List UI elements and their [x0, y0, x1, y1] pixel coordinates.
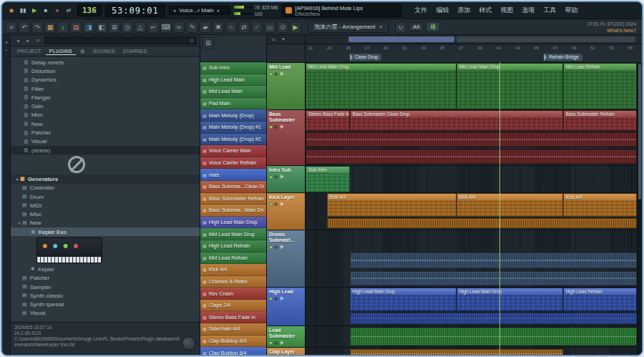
- clip-lane[interactable]: [306, 311, 637, 326]
- tree-item-13[interactable]: ▤Controller: [11, 184, 200, 192]
- tree-item-12[interactable]: ▾▦Generators: [11, 175, 200, 183]
- tree-item-6[interactable]: ▥Misc: [11, 111, 200, 119]
- arrangement-selector[interactable]: 泡沫の雲 - Arrangement ▾: [308, 21, 389, 33]
- clip-lane[interactable]: Kick 4/4Kick 4/4Kick 4/4: [306, 193, 637, 217]
- alt-snap-button[interactable]: Alt: [409, 22, 424, 31]
- clip[interactable]: Mid Lead Main Drop: [457, 63, 563, 109]
- pattern-item-19[interactable]: ▦Crashes & Rides: [200, 276, 266, 288]
- browser-tab-sounds[interactable]: SOUNDS: [89, 48, 119, 54]
- pattern-item-24[interactable]: ▦Clap Buildup 8/4: [200, 336, 266, 348]
- song-mode-switch-icon[interactable]: ⇄: [64, 6, 74, 16]
- track-header[interactable]: High Lead: [267, 288, 306, 326]
- pattern-item-18[interactable]: ▦Kick 4/4: [200, 264, 266, 276]
- tree-item-7[interactable]: ▥New: [11, 119, 200, 128]
- pattern-item-8[interactable]: ▦Voice Carrier Main: [200, 145, 266, 157]
- menu-item-5[interactable]: 视图: [497, 4, 517, 16]
- tree-item-24[interactable]: ▤Synth spesial: [11, 300, 200, 309]
- grid-snap-button[interactable]: 格: [426, 21, 440, 32]
- track-mute-dot[interactable]: [274, 341, 278, 345]
- tree-item-16[interactable]: ▤Misc: [11, 210, 200, 218]
- clip[interactable]: Bass Submaster Clean Drop: [350, 110, 563, 131]
- audio-strip[interactable]: [306, 132, 637, 147]
- stop-button[interactable]: ■: [41, 6, 51, 16]
- clip[interactable]: Stereo Bass Fade In: [306, 110, 350, 131]
- delete-tool-icon[interactable]: ✖: [213, 21, 224, 33]
- play-button[interactable]: ▶: [29, 6, 39, 16]
- track-enable-led[interactable]: [269, 341, 273, 345]
- fl-logo-icon[interactable]: ◉: [6, 6, 16, 16]
- track-header[interactable]: Clap Layer: [267, 348, 306, 355]
- clip-lane[interactable]: Mid Lead Main DropMid Lead Main DropMid …: [306, 63, 637, 109]
- tree-item-5[interactable]: ▥Gain: [11, 102, 200, 110]
- clip-lane[interactable]: [306, 217, 637, 230]
- browser-tab-plugins[interactable]: PLUGINS: [46, 48, 76, 55]
- menu-item-3[interactable]: 添加: [454, 4, 474, 16]
- browser-forward-icon[interactable]: ▸: [24, 36, 32, 45]
- whats-new-link[interactable]: What's New?: [587, 27, 636, 34]
- pattern-item-14[interactable]: ▦High Lead Main Drop: [200, 217, 266, 229]
- browser-menu-icon[interactable]: ≡: [34, 36, 42, 45]
- clip-lane[interactable]: [306, 270, 637, 287]
- undo-icon[interactable]: ↶: [19, 21, 30, 33]
- track-fader[interactable]: [280, 175, 284, 179]
- pattern-item-20[interactable]: ▦Rev Crash: [200, 288, 266, 300]
- tree-item-20[interactable]: ✱Kepler: [11, 265, 200, 273]
- browser-tab-starred[interactable]: STARRED: [119, 48, 151, 54]
- track-mute-dot[interactable]: [274, 125, 278, 129]
- clip[interactable]: Bass Submaster Refrain: [563, 110, 637, 131]
- record-button[interactable]: ●: [52, 6, 62, 16]
- tree-item-4[interactable]: ▥Flanger: [11, 93, 200, 102]
- plugin-picker-icon[interactable]: ⊞: [109, 21, 120, 33]
- audio-strip[interactable]: [350, 349, 563, 355]
- playlist-options-icon[interactable]: ▾: [279, 35, 288, 44]
- hscroll-thumb[interactable]: [457, 36, 635, 42]
- pattern-item-13[interactable]: ▦Bass Submas...Main Drop: [200, 205, 266, 217]
- pattern-item-1[interactable]: ▦Sub Intro: [200, 62, 266, 74]
- audio-strip[interactable]: [306, 150, 637, 164]
- hscroll-selection[interactable]: [348, 36, 454, 42]
- track-mute-dot[interactable]: [274, 245, 278, 249]
- track-header[interactable]: Intro Sub: [267, 166, 306, 192]
- pattern-item-6[interactable]: ▦Main Melody (Drop) #1: [200, 122, 266, 134]
- track-fader[interactable]: [280, 202, 284, 206]
- clip[interactable]: High Lead Main Drop: [457, 288, 563, 311]
- playlist-vscrollbar[interactable]: [637, 62, 642, 355]
- timeline-marker[interactable]: Refrain Bridge: [544, 54, 582, 61]
- track-enable-led[interactable]: [269, 175, 273, 179]
- pattern-item-5[interactable]: ▦Main Melody (Drop): [200, 109, 266, 122]
- multilink-controllers-icon[interactable]: ∞: [173, 21, 185, 33]
- clip[interactable]: Kick 4/4: [563, 193, 637, 217]
- pattern-item-12[interactable]: ▦Bass Submaster Refrain: [200, 193, 266, 205]
- pattern-item-4[interactable]: ▦Pad Main: [200, 98, 266, 110]
- audio-strip[interactable]: [350, 271, 637, 285]
- tree-item-1[interactable]: ▥Distortion: [11, 67, 200, 75]
- clip-lane[interactable]: [306, 348, 637, 355]
- vscroll-thumb[interactable]: [638, 64, 641, 200]
- clip[interactable]: Mid Lead Main Drop: [306, 63, 457, 109]
- clip[interactable]: Kick 4/4: [327, 193, 457, 217]
- clip-lane[interactable]: Stereo Bass Fade InBass Submaster Clean …: [306, 110, 637, 131]
- paint-tool-icon[interactable]: ▰: [200, 21, 211, 33]
- track-header[interactable]: Bass Submaster: [267, 110, 306, 165]
- tempo-display[interactable]: 136: [77, 4, 102, 16]
- track-enable-led[interactable]: [269, 202, 273, 206]
- clip-lane[interactable]: Sub Intro: [306, 166, 637, 192]
- menu-item-2[interactable]: 编辑: [432, 4, 452, 16]
- clip-lane[interactable]: [306, 251, 637, 270]
- browser-back-icon[interactable]: ◂: [14, 36, 22, 45]
- track-header[interactable]: Drums Submast...: [267, 230, 306, 287]
- timeline-ruler[interactable]: 212325272931333537394143454749515355Clea…: [306, 44, 637, 62]
- zoom-tool-icon[interactable]: ⊙: [277, 21, 288, 33]
- menu-item-1[interactable]: 文件: [411, 4, 431, 16]
- time-display[interactable]: 53:09:01: [105, 4, 165, 17]
- tree-item-21[interactable]: ▤Patcher: [11, 274, 200, 283]
- timeline-marker[interactable]: Clean Drop: [350, 54, 382, 61]
- prev-pattern-icon[interactable]: ◂: [173, 8, 176, 14]
- wait-for-input-icon[interactable]: ↵: [147, 21, 159, 33]
- pattern-item-7[interactable]: ▦Main Melody (Drop) #2: [200, 134, 266, 146]
- mute-tool-icon[interactable]: ○: [225, 21, 237, 33]
- track-header[interactable]: Kick Layer: [267, 193, 306, 230]
- piano-roll-panel-icon[interactable]: ♪: [57, 21, 69, 33]
- pattern-selector[interactable]: ◂ Voice...r Main ▸: [169, 6, 230, 15]
- tree-item-25[interactable]: ▤Visual: [11, 309, 200, 318]
